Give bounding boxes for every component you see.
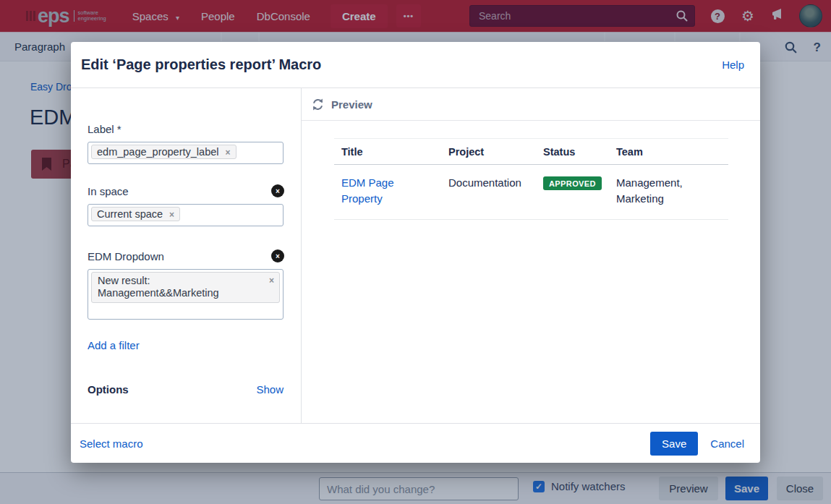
column-header-team: Team xyxy=(609,139,728,164)
dialog-header: Edit ‘Page properties report’ Macro Help xyxy=(71,42,760,88)
dropdown-field-label-text: EDM Dropdown xyxy=(88,250,164,262)
dropdown-field-label: EDM Dropdown × xyxy=(88,250,284,262)
dialog-body: Label * edm_page_property_label × In spa… xyxy=(71,88,760,423)
preview-header: Preview xyxy=(302,88,760,121)
space-field-label: In space × xyxy=(88,185,284,197)
space-field-input[interactable]: Current space × xyxy=(88,204,284,226)
preview-table: Title Project Status Team EDM Page Prope… xyxy=(334,138,728,220)
app-root: eps software engineering Spaces ▾ People… xyxy=(0,0,831,504)
cell-project: Documentation xyxy=(441,165,536,219)
dialog-title: Edit ‘Page properties report’ Macro xyxy=(81,56,321,73)
label-field-label: Label * xyxy=(88,123,284,135)
show-options-link[interactable]: Show xyxy=(256,383,284,396)
clear-space-field-icon[interactable]: × xyxy=(271,184,284,197)
table-header-row: Title Project Status Team xyxy=(334,139,728,165)
column-header-status: Status xyxy=(536,139,609,164)
refresh-preview-button[interactable] xyxy=(311,98,325,111)
column-header-title: Title xyxy=(334,139,441,164)
cancel-link[interactable]: Cancel xyxy=(710,437,744,450)
table-row: EDM Page Property Documentation APPROVED… xyxy=(334,165,728,220)
label-field-label-text: Label * xyxy=(88,123,122,135)
page-link[interactable]: EDM Page Property xyxy=(341,175,422,207)
clear-dropdown-field-icon[interactable]: × xyxy=(271,249,284,262)
save-button[interactable]: Save xyxy=(650,432,698,456)
remove-chip-icon[interactable]: × xyxy=(169,210,174,220)
cell-team: Management, Marketing xyxy=(609,165,728,219)
space-field-label-text: In space xyxy=(88,185,129,197)
space-chip-text: Current space xyxy=(97,208,163,220)
dialog-footer: Select macro Save Cancel xyxy=(71,423,760,463)
column-header-project: Project xyxy=(441,139,536,164)
select-macro-link[interactable]: Select macro xyxy=(80,437,143,450)
label-chip: edm_page_property_label × xyxy=(91,145,236,159)
team-text: Management, Marketing xyxy=(616,175,704,207)
label-field-input[interactable]: edm_page_property_label × xyxy=(88,142,284,164)
dropdown-chip: New result: Management&&Marketing × xyxy=(91,272,280,303)
add-filter-link[interactable]: Add a filter xyxy=(88,339,140,351)
preview-title: Preview xyxy=(331,98,372,111)
refresh-icon xyxy=(311,98,325,111)
help-link[interactable]: Help xyxy=(722,59,744,71)
dialog-footer-actions: Save Cancel xyxy=(650,432,744,456)
options-row: Options Show xyxy=(88,383,284,396)
macro-parameters-pane: Label * edm_page_property_label × In spa… xyxy=(71,88,302,423)
remove-chip-icon[interactable]: × xyxy=(269,275,274,287)
label-chip-text: edm_page_property_label xyxy=(97,146,219,158)
cell-status: APPROVED xyxy=(536,165,609,219)
cell-title: EDM Page Property xyxy=(334,165,441,219)
dropdown-chip-line1: New result: xyxy=(98,275,150,286)
preview-pane: Preview Title Project Status Team EDM Pa… xyxy=(302,88,760,423)
edit-macro-dialog: Edit ‘Page properties report’ Macro Help… xyxy=(71,42,760,463)
space-chip: Current space × xyxy=(91,207,180,221)
dropdown-field-input[interactable]: New result: Management&&Marketing × xyxy=(88,269,284,320)
status-badge: APPROVED xyxy=(543,176,602,190)
options-label: Options xyxy=(88,383,129,396)
dropdown-chip-line2: Management&&Marketing xyxy=(98,287,219,299)
remove-chip-icon[interactable]: × xyxy=(226,148,231,158)
